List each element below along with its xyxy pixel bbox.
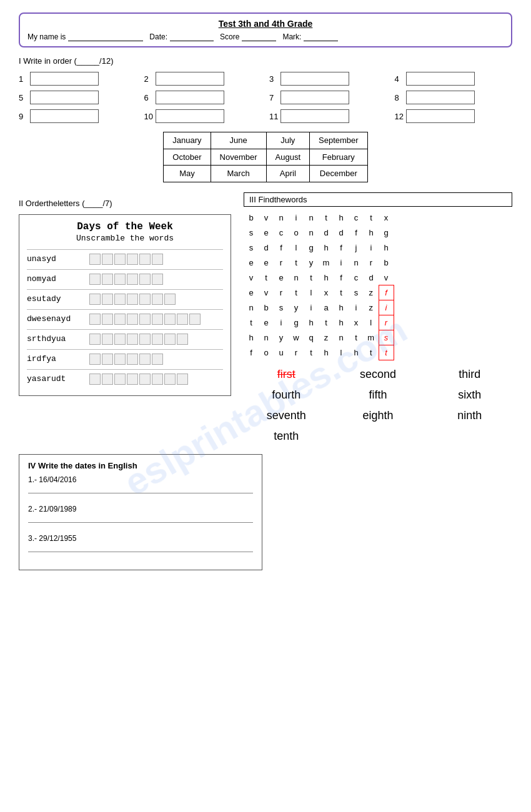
order-input-1[interactable] [30, 72, 99, 86]
word-grid-cell: d [319, 225, 334, 240]
word-grid-cell: c [349, 270, 364, 285]
order-input-6[interactable] [156, 91, 224, 104]
date-item-1: 1.- 16/04/2016 [28, 475, 253, 493]
month-row-2: October November August February [164, 149, 367, 166]
word-grid-cell: b [259, 300, 274, 315]
days-word-thursday: srthdyua [27, 334, 89, 344]
word-grid-cell: r [274, 285, 289, 300]
word-search-grid: bvninthctxseconddfhgsdflghfjiheertyminrb… [244, 210, 394, 361]
order-cell-3: 3 [269, 72, 387, 86]
letter-boxes-monday [89, 274, 163, 285]
order-input-4[interactable] [406, 72, 475, 86]
header-fields: My name is Date: Score Mark: [27, 32, 504, 41]
word-grid-cell: h [334, 300, 349, 315]
word-grid-row: seconddfhg [244, 225, 394, 240]
order-input-5[interactable] [30, 91, 99, 104]
order-input-7[interactable] [280, 91, 349, 104]
month-feb: February [310, 149, 368, 166]
word-grid-cell: x [379, 210, 394, 225]
word-grid-cell: m [364, 330, 379, 345]
word-grid-cell: g [289, 315, 304, 330]
days-row-friday: irdfya [27, 349, 223, 365]
month-may: May [164, 166, 211, 182]
name-field-group: My name is [27, 32, 143, 41]
date-field-group: Date: [149, 32, 214, 41]
word-grid-cell: g [304, 240, 319, 255]
days-box-title: Days of the Week [27, 221, 223, 232]
mark-label: Mark: [282, 32, 301, 41]
mark-field-group: Mark: [282, 32, 338, 41]
word-grid-cell: n [244, 300, 259, 315]
word-grid-row: evrtlxtszf [244, 285, 394, 300]
order-cell-8: 8 [395, 91, 513, 104]
date-label: Date: [149, 32, 167, 41]
order-input-11[interactable] [280, 109, 349, 123]
word-grid-cell: f [349, 225, 364, 240]
word-grid-cell: h [364, 225, 379, 240]
order-input-9[interactable] [30, 109, 99, 123]
order-cell-10: 10 [144, 109, 262, 123]
word-grid-cell: i [364, 240, 379, 255]
order-input-2[interactable] [156, 72, 224, 86]
date-line-1 [28, 493, 253, 493]
order-cell-4: 4 [395, 72, 513, 86]
letter-boxes-wednesday [89, 314, 201, 325]
days-row-wednesday: dwesenayd [27, 309, 223, 325]
order-input-12[interactable] [406, 109, 475, 123]
score-label: Score [220, 32, 239, 41]
month-oct: October [164, 149, 211, 166]
word-grid-cell: z [364, 300, 379, 315]
num-7: 7 [269, 93, 278, 102]
word-grid-cell: t [259, 270, 274, 285]
word-grid-cell: l [304, 285, 319, 300]
days-row-saturday: yasarudt [27, 369, 223, 385]
word-grid-cell: d [334, 225, 349, 240]
date-label-1: 1.- 16/04/2016 [28, 475, 253, 484]
word-grid-cell: h [349, 345, 364, 360]
word-grid-cell: y [289, 300, 304, 315]
order-input-8[interactable] [406, 91, 475, 104]
days-word-wednesday: dwesenayd [27, 314, 89, 324]
word-grid-cell: h [319, 345, 334, 360]
month-table: January June July September October Nove… [163, 132, 367, 182]
word-grid-cell: i [379, 300, 394, 315]
month-jun: June [211, 132, 266, 149]
days-row-sunday: unasyd [27, 249, 223, 265]
word-grid-cell: t [379, 345, 394, 360]
word-grid-cell: t [364, 210, 379, 225]
ordinal-word-second: second [335, 365, 421, 384]
mark-input-line [304, 32, 338, 41]
word-grid-cell: o [259, 345, 274, 360]
word-grid-cell: b [244, 210, 259, 225]
word-grid-cell: s [379, 330, 394, 345]
word-grid-cell: n [274, 210, 289, 225]
word-grid-cell: h [379, 240, 394, 255]
word-grid-cell: n [304, 225, 319, 240]
word-grid-cell: h [244, 330, 259, 345]
date-line-2 [28, 522, 253, 523]
month-nov: November [211, 149, 266, 166]
order-input-3[interactable] [280, 72, 349, 86]
word-grid-cell: v [244, 270, 259, 285]
word-grid-cell: s [349, 285, 364, 300]
word-grid-cell: u [274, 345, 289, 360]
word-grid-cell: i [304, 300, 319, 315]
word-grid-cell: f [244, 345, 259, 360]
word-grid-cell: i [349, 300, 364, 315]
name-label: My name is [27, 32, 66, 41]
month-row-1: January June July September [164, 132, 367, 149]
word-grid-cell: q [304, 330, 319, 345]
word-grid-cell: v [259, 210, 274, 225]
word-grid-cell: e [259, 315, 274, 330]
score-field-group: Score [220, 32, 276, 41]
word-grid-cell: y [274, 330, 289, 345]
word-grid-cell: n [334, 330, 349, 345]
order-cell-7: 7 [269, 91, 387, 104]
ordinal-word-third: third [427, 365, 512, 384]
num-4: 4 [395, 74, 404, 84]
order-input-10[interactable] [156, 109, 224, 123]
word-grid-row: bvninthctx [244, 210, 394, 225]
word-grid-row: sdflghfjih [244, 240, 394, 255]
word-grid-cell: f [379, 285, 394, 300]
word-grid-cell: t [319, 210, 334, 225]
